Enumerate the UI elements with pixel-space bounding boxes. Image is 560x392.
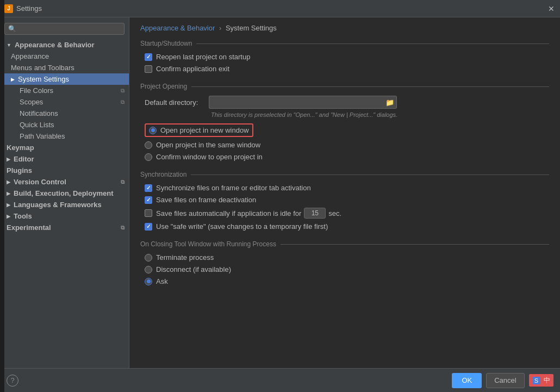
setting-open-same-window: Open project in the same window (140, 141, 549, 149)
save-deactivation-label[interactable]: Save files on frame deactivation (145, 196, 256, 204)
confirm-window-label[interactable]: Confirm window to open project in (145, 153, 263, 161)
save-idle-checkbox-wrap[interactable] (145, 209, 152, 217)
reopen-last-checkbox-wrap[interactable] (145, 53, 152, 61)
terminate-radio-wrap[interactable] (145, 254, 152, 262)
section-divider (281, 244, 549, 245)
section-divider (191, 175, 549, 175)
close-button[interactable]: ✕ (547, 4, 556, 13)
reopen-last-label[interactable]: Reopen last project on startup (145, 53, 250, 61)
synchronization-section: Synchronization Synchronize files on fra… (140, 171, 549, 231)
footer-right: OK Cancel S 中 (452, 373, 553, 388)
safe-write-checkbox-wrap[interactable] (145, 223, 152, 231)
section-header-startup: Startup/Shutdown (140, 40, 549, 47)
sidebar-item-label: Menus and Toolbars (11, 64, 74, 72)
confirm-exit-label[interactable]: Confirm application exit (145, 65, 229, 73)
ok-button[interactable]: OK (452, 373, 482, 388)
sidebar-item-label: Appearance & Behavior (15, 41, 95, 49)
footer-left: ? (7, 375, 18, 387)
help-button[interactable]: ? (7, 375, 18, 387)
sidebar-item-notifications[interactable]: Notifications (0, 108, 129, 119)
app-icon: J (4, 4, 13, 13)
breadcrumb-separator: › (219, 24, 221, 32)
sidebar-item-menus-toolbars[interactable]: Menus and Toolbars (0, 62, 129, 73)
sidebar-item-label: Experimental (7, 223, 51, 232)
sidebar-item-appearance-behavior[interactable]: Appearance & Behavior (0, 39, 129, 51)
sidebar-item-system-settings[interactable]: System Settings (0, 73, 129, 85)
breadcrumb-current: System Settings (226, 24, 277, 32)
sync-files-label[interactable]: Synchronize files on frame or editor tab… (145, 184, 311, 192)
sidebar: Appearance & Behavior Appearance Menus a… (0, 17, 129, 368)
sync-files-text: Synchronize files on frame or editor tab… (156, 184, 311, 192)
breadcrumb: Appearance & Behavior › System Settings (140, 24, 549, 32)
expand-icon (7, 157, 10, 162)
sync-files-checkbox-wrap[interactable] (145, 184, 152, 192)
open-new-window-text: Open project in new window (160, 126, 249, 134)
confirm-window-radio-wrap[interactable] (145, 153, 152, 161)
title-bar: J Settings ✕ (0, 0, 560, 17)
directory-input[interactable] (209, 96, 383, 109)
setting-confirm-window: Confirm window to open project in (140, 153, 549, 161)
breadcrumb-parent[interactable]: Appearance & Behavior (140, 24, 215, 32)
sidebar-item-build-execution[interactable]: Build, Execution, Deployment (0, 188, 129, 199)
sidebar-item-appearance[interactable]: Appearance (0, 51, 129, 62)
open-same-window-label[interactable]: Open project in the same window (145, 141, 260, 149)
idle-suffix: sec. (328, 209, 341, 217)
disconnect-label[interactable]: Disconnect (if available) (145, 265, 231, 273)
setting-safe-write: Use "safe write" (save changes to a temp… (140, 222, 549, 231)
cancel-button[interactable]: Cancel (486, 373, 524, 388)
external-icon: ⧉ (121, 88, 125, 94)
ime-indicator[interactable]: S 中 (529, 374, 553, 387)
sidebar-item-experimental[interactable]: Experimental ⧉ (0, 222, 129, 233)
ask-label[interactable]: Ask (145, 277, 168, 285)
confirm-exit-text: Confirm application exit (156, 65, 229, 73)
sidebar-item-scopes[interactable]: Scopes ⧉ (0, 96, 129, 108)
open-same-window-radio-wrap[interactable] (145, 141, 152, 149)
sidebar-item-label: Editor (14, 155, 34, 163)
expand-icon (7, 179, 10, 185)
setting-confirm-exit: Confirm application exit (140, 65, 549, 73)
sidebar-item-tools[interactable]: Tools (0, 210, 129, 222)
startup-shutdown-section: Startup/Shutdown Reopen last project on … (140, 40, 549, 73)
sidebar-item-plugins[interactable]: Plugins (0, 165, 129, 176)
ask-text: Ask (156, 277, 168, 285)
open-new-window-highlighted[interactable]: Open project in new window (145, 123, 253, 137)
sidebar-item-quick-lists[interactable]: Quick Lists (0, 119, 129, 130)
disconnect-text: Disconnect (if available) (156, 265, 231, 273)
save-deactivation-checkbox-wrap[interactable] (145, 196, 152, 204)
expand-icon (7, 191, 10, 196)
section-title-startup: Startup/Shutdown (140, 40, 192, 47)
window-title: Settings (16, 4, 42, 13)
idle-time-input[interactable] (304, 208, 326, 219)
safe-write-label[interactable]: Use "safe write" (save changes to a temp… (145, 222, 328, 231)
sidebar-item-label: Tools (14, 212, 32, 220)
sidebar-item-label: Languages & Frameworks (14, 201, 102, 209)
sidebar-item-languages-frameworks[interactable]: Languages & Frameworks (0, 199, 129, 210)
directory-input-wrap: 📁 (209, 96, 397, 109)
sidebar-item-version-control[interactable]: Version Control ⧉ (0, 176, 129, 188)
setting-reopen-last: Reopen last project on startup (140, 53, 549, 61)
setting-sync-files: Synchronize files on frame or editor tab… (140, 184, 549, 192)
search-input[interactable] (4, 23, 125, 35)
sidebar-item-label: System Settings (18, 75, 69, 83)
directory-browse-button[interactable]: 📁 (383, 96, 397, 109)
ask-radio-wrap[interactable] (145, 278, 152, 285)
confirm-exit-checkbox-wrap[interactable] (145, 65, 152, 73)
terminate-label[interactable]: Terminate process (145, 253, 214, 262)
external-icon: ⧉ (121, 225, 125, 231)
expand-icon (7, 42, 11, 48)
ime-s-label: S (532, 377, 540, 384)
sidebar-item-file-colors[interactable]: File Colors ⧉ (0, 85, 129, 96)
section-title-closing: On Closing Tool Window with Running Proc… (140, 240, 276, 248)
sidebar-item-editor[interactable]: Editor (0, 153, 129, 165)
disconnect-radio-wrap[interactable] (145, 266, 152, 273)
open-new-window-radio-wrap[interactable] (149, 127, 157, 134)
sidebar-item-keymap[interactable]: Keymap (0, 142, 129, 153)
section-divider (191, 86, 549, 87)
content-area: Appearance & Behavior › System Settings … (129, 17, 560, 368)
section-title-project: Project Opening (140, 83, 187, 90)
save-idle-text: Save files automatically if application … (156, 209, 301, 217)
sidebar-item-label: Version Control (14, 178, 66, 186)
setting-save-idle: Save files automatically if application … (140, 208, 549, 219)
section-header-closing: On Closing Tool Window with Running Proc… (140, 240, 549, 248)
sidebar-item-path-variables[interactable]: Path Variables (0, 130, 129, 142)
